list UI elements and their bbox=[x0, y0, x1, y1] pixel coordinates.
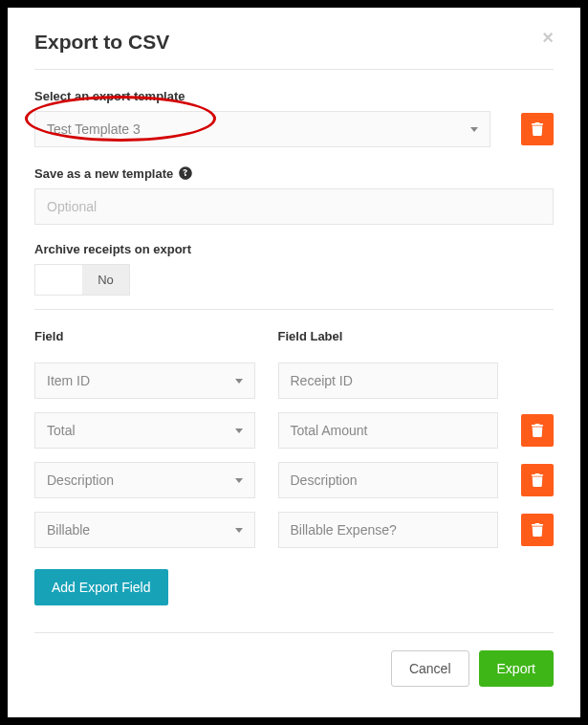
field-select[interactable]: Total bbox=[34, 412, 255, 449]
template-select-label: Select an export template bbox=[34, 89, 554, 103]
field-label-input[interactable]: Billable Expense? bbox=[278, 512, 499, 548]
chevron-down-icon bbox=[470, 127, 478, 132]
export-csv-modal: Export to CSV × Select an export templat… bbox=[8, 8, 580, 717]
label-column-header: Field Label bbox=[278, 329, 499, 343]
chevron-down-icon bbox=[235, 478, 243, 483]
add-export-field-button[interactable]: Add Export Field bbox=[34, 569, 168, 605]
field-column-header: Field bbox=[34, 329, 255, 343]
help-icon[interactable] bbox=[179, 166, 192, 180]
field-select[interactable]: Description bbox=[34, 462, 255, 498]
modal-title: Export to CSV bbox=[34, 31, 169, 53]
archive-label: Archive receipts on export bbox=[34, 242, 554, 256]
field-row: DescriptionDescription bbox=[34, 462, 554, 498]
chevron-down-icon bbox=[235, 379, 243, 384]
template-select-value: Test Template 3 bbox=[47, 121, 141, 137]
footer-divider bbox=[34, 632, 554, 633]
field-label-input[interactable]: Description bbox=[278, 462, 499, 498]
trash-icon bbox=[531, 523, 544, 537]
modal-footer: Cancel Export bbox=[34, 650, 554, 687]
chevron-down-icon bbox=[235, 528, 243, 533]
field-row: TotalTotal Amount bbox=[34, 412, 554, 449]
fields-list: Item IDReceipt IDTotalTotal AmountDescri… bbox=[34, 362, 554, 548]
close-icon[interactable]: × bbox=[542, 27, 554, 49]
cancel-button[interactable]: Cancel bbox=[391, 650, 469, 687]
modal-header: Export to CSV × bbox=[34, 31, 554, 70]
field-label-input[interactable]: Receipt ID bbox=[278, 362, 499, 399]
trash-icon bbox=[531, 424, 544, 437]
archive-toggle[interactable]: No bbox=[34, 264, 130, 296]
field-select[interactable]: Billable bbox=[34, 512, 255, 548]
trash-icon bbox=[531, 122, 544, 136]
delete-field-button[interactable] bbox=[521, 464, 554, 496]
template-select[interactable]: Test Template 3 bbox=[34, 111, 490, 147]
field-label-input[interactable]: Total Amount bbox=[278, 412, 499, 449]
toggle-no[interactable]: No bbox=[82, 265, 129, 295]
columns-header: Field Field Label bbox=[34, 329, 554, 351]
delete-template-button[interactable] bbox=[521, 113, 554, 145]
field-row: Item IDReceipt ID bbox=[34, 362, 554, 399]
field-select[interactable]: Item ID bbox=[34, 362, 255, 399]
field-row: BillableBillable Expense? bbox=[34, 512, 554, 548]
field-select-value: Description bbox=[47, 472, 114, 488]
save-template-label: Save as a new template bbox=[34, 165, 554, 181]
toggle-yes[interactable] bbox=[35, 265, 82, 295]
field-select-value: Billable bbox=[47, 522, 90, 538]
field-select-value: Total bbox=[47, 423, 76, 438]
field-select-value: Item ID bbox=[47, 373, 90, 388]
export-button[interactable]: Export bbox=[479, 650, 554, 687]
save-template-input[interactable] bbox=[34, 188, 554, 225]
trash-icon bbox=[531, 473, 544, 487]
divider bbox=[34, 309, 554, 310]
delete-field-button[interactable] bbox=[521, 514, 554, 546]
delete-field-button[interactable] bbox=[521, 414, 554, 447]
chevron-down-icon bbox=[235, 428, 243, 433]
